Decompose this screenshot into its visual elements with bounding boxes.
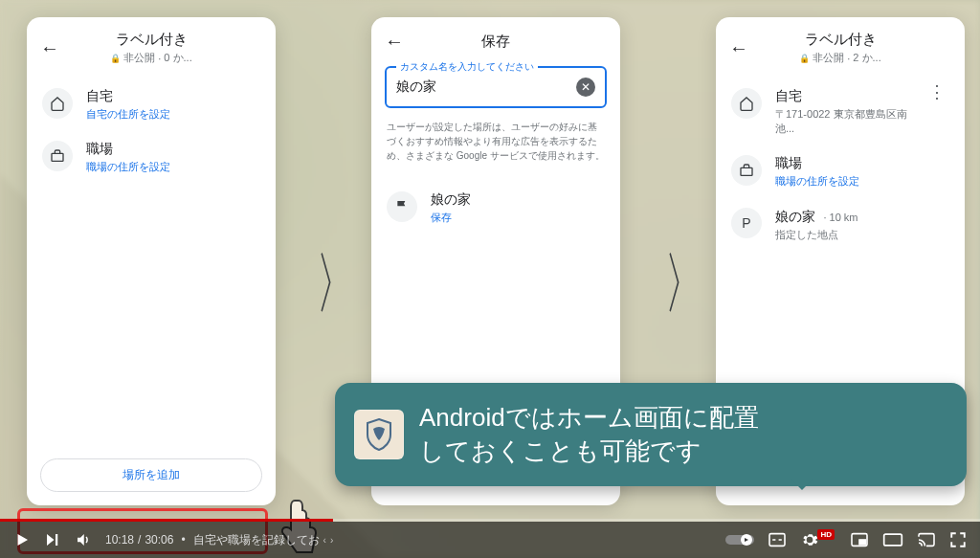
time-sep: / xyxy=(138,533,141,547)
volume-button[interactable] xyxy=(75,531,92,548)
input-floating-label: カスタム名を入力してください xyxy=(396,60,538,74)
current-time: 10:18 xyxy=(105,533,134,547)
item-label: 自宅 xyxy=(775,88,911,105)
title-block: 保存 xyxy=(413,33,578,51)
input-value: 娘の家 xyxy=(396,78,576,96)
count-label: 0 か... xyxy=(164,51,191,65)
result-list: 娘の家 保存 xyxy=(371,172,620,244)
hd-badge: HD xyxy=(817,529,835,540)
home-icon xyxy=(42,88,73,119)
autoplay-toggle[interactable] xyxy=(725,533,754,547)
page-title: 保存 xyxy=(413,33,578,51)
caption-bubble: Androidではホーム画面に配置 しておくことも可能です xyxy=(335,383,967,486)
chevron-right-icon: 〉 xyxy=(664,239,704,329)
fullscreen-button[interactable] xyxy=(949,531,967,548)
time-chapter: 10:18 / 30:06 • 自宅や職場を記録してお ‹ › xyxy=(105,532,333,548)
item-text: 職場 職場の住所を設定 xyxy=(86,141,260,174)
list-item-work[interactable]: 職場 職場の住所を設定 xyxy=(729,145,951,198)
work-icon xyxy=(731,155,762,186)
phone-labeled-empty: ← ラベル付き 🔒 非公開 · 0 か... 自宅 自宅の住所を設定 xyxy=(27,17,276,505)
page-title: ラベル付き xyxy=(758,31,923,49)
dot: · xyxy=(847,53,850,64)
svg-rect-6 xyxy=(859,540,865,545)
item-sub: 職場の住所を設定 xyxy=(86,160,260,174)
settings-button[interactable]: HD xyxy=(800,530,836,549)
item-label-row: 娘の家 · 10 km xyxy=(775,208,949,226)
item-meta: · 10 km xyxy=(823,212,858,223)
item-text: 自宅 自宅の住所を設定 xyxy=(86,88,260,122)
item-sub: 指定した地点 xyxy=(775,228,949,242)
item-label: 娘の家 xyxy=(775,209,815,224)
phone-header: ← 保存 xyxy=(371,17,620,56)
labeled-list: 自宅 〒171-0022 東京都豊島区南池... ⋮ 職場 職場の住所を設定 P xyxy=(716,69,965,261)
caption-keyword: ホーム画面に配置 xyxy=(557,403,759,432)
item-label: 職場 xyxy=(86,141,260,158)
add-place-button[interactable]: 場所を追加 xyxy=(40,458,262,492)
caption-text: Androidではホーム画面に配置 しておくことも可能です xyxy=(419,401,759,468)
save-action[interactable]: 保存 xyxy=(431,211,605,225)
menu-icon[interactable]: ⋮ xyxy=(924,88,949,96)
distance-label: 10 km xyxy=(830,212,858,223)
item-text: 娘の家 保存 xyxy=(431,191,605,225)
page-subtitle: 🔒 非公開 · 2 か... xyxy=(758,51,923,65)
privacy-label: 非公開 xyxy=(123,51,155,65)
chevron-right-icon: 〉 xyxy=(316,239,356,329)
caption-mid: では xyxy=(505,403,557,432)
back-arrow-icon[interactable]: ← xyxy=(40,37,59,59)
total-time: 30:06 xyxy=(145,533,173,547)
flag-icon xyxy=(387,191,417,222)
page-subtitle: 🔒 非公開 · 0 か... xyxy=(69,51,234,65)
svg-rect-7 xyxy=(884,534,902,546)
list-item-home[interactable]: 自宅 自宅の住所を設定 xyxy=(40,78,262,131)
title-block: ラベル付き 🔒 非公開 · 0 か... xyxy=(69,31,234,65)
item-sub: 自宅の住所を設定 xyxy=(86,107,260,122)
item-sub: 職場の住所を設定 xyxy=(775,174,949,189)
list-item-home[interactable]: 自宅 〒171-0022 東京都豊島区南池... ⋮ xyxy=(729,78,951,145)
phone-header: ← ラベル付き 🔒 非公開 · 2 か... xyxy=(716,17,965,69)
item-label: 娘の家 xyxy=(431,191,605,209)
page-title: ラベル付き xyxy=(69,31,234,49)
list-item-result[interactable]: 娘の家 保存 xyxy=(385,182,607,234)
work-icon xyxy=(42,141,73,171)
count-label: 2 か... xyxy=(853,51,880,65)
parking-icon: P xyxy=(731,208,762,238)
svg-rect-4 xyxy=(769,534,785,547)
item-sub: 〒171-0022 東京都豊島区南池... xyxy=(775,107,911,136)
item-text: 娘の家 · 10 km 指定した地点 xyxy=(775,208,949,242)
clear-icon[interactable]: ✕ xyxy=(576,78,595,97)
shield-icon xyxy=(354,410,404,459)
title-block: ラベル付き 🔒 非公開 · 2 か... xyxy=(758,31,923,65)
caption-line2: しておくことも可能です xyxy=(419,436,702,465)
dot: · xyxy=(158,53,161,64)
chapter-title[interactable]: 自宅や職場を記録してお xyxy=(193,532,320,548)
miniplayer-button[interactable] xyxy=(850,532,869,547)
cast-button[interactable] xyxy=(917,532,936,547)
subtitles-button[interactable] xyxy=(768,532,787,547)
item-text: 職場 職場の住所を設定 xyxy=(775,155,949,189)
back-arrow-icon[interactable]: ← xyxy=(729,37,748,59)
play-button[interactable] xyxy=(13,531,31,548)
privacy-label: 非公開 xyxy=(813,51,844,65)
next-button[interactable] xyxy=(44,531,61,548)
theater-button[interactable] xyxy=(882,532,903,547)
list-item-work[interactable]: 職場 職場の住所を設定 xyxy=(40,131,262,184)
lock-icon: 🔒 xyxy=(799,54,810,63)
labeled-list: 自宅 自宅の住所を設定 職場 職場の住所を設定 xyxy=(27,69,276,193)
chapter-prev-icon[interactable]: ‹ xyxy=(323,535,326,546)
privacy-hint: ユーザーが設定した場所は、ユーザーの好みに基づくおすすめ情報やより有用な広告を表… xyxy=(371,114,620,172)
back-arrow-icon[interactable]: ← xyxy=(385,31,404,53)
lock-icon: 🔒 xyxy=(110,54,121,63)
chapter-next-icon[interactable]: › xyxy=(330,535,333,546)
player-controls: 10:18 / 30:06 • 自宅や職場を記録してお ‹ › HD xyxy=(0,522,980,558)
item-text: 自宅 〒171-0022 東京都豊島区南池... xyxy=(775,88,911,136)
item-label: 自宅 xyxy=(86,88,260,105)
custom-name-input[interactable]: カスタム名を入力してください 娘の家 ✕ xyxy=(385,66,607,108)
caption-keyword: Android xyxy=(419,403,505,432)
svg-rect-1 xyxy=(741,167,752,175)
home-icon xyxy=(731,88,762,119)
item-label: 職場 xyxy=(775,155,949,172)
phone-header: ← ラベル付き 🔒 非公開 · 0 か... xyxy=(27,17,276,69)
list-item-custom[interactable]: P 娘の家 · 10 km 指定した地点 xyxy=(729,198,951,252)
svg-rect-0 xyxy=(52,153,63,161)
chapter-sep: • xyxy=(181,533,185,547)
